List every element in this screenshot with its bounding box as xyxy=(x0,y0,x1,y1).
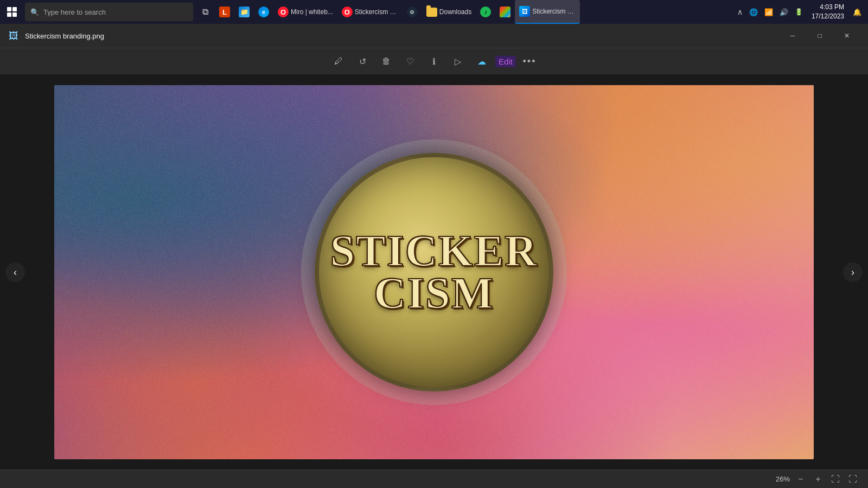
zoom-level-text: 26% xyxy=(771,475,790,483)
letter-l-icon: L xyxy=(219,7,230,17)
brand-text-container: STICKER CISM xyxy=(330,230,538,314)
zoom-out-icon: − xyxy=(798,474,803,484)
fit-icon: ⛶ xyxy=(831,474,840,484)
close-icon: ✕ xyxy=(844,32,850,40)
photos-label: Stickercism b... xyxy=(532,8,576,15)
zoom-controls: 26% − + ⛶ ⛶ xyxy=(771,473,859,486)
brand-text-line1: STICKER xyxy=(330,230,538,272)
maximize-button[interactable]: □ xyxy=(807,27,832,44)
taskbar-app-opera-stickercism[interactable]: O Stickercism b... xyxy=(337,0,403,24)
more-options-icon: ••• xyxy=(523,56,537,67)
taskbar-app-downloads[interactable]: Downloads xyxy=(422,0,476,24)
delete-button[interactable]: 🗑 xyxy=(376,52,396,71)
viewer-filename-text: Stickercism branding.png xyxy=(25,32,774,40)
viewer-titlebar: 🖼 Stickercism branding.png ─ □ ✕ xyxy=(0,24,868,48)
maximize-icon: □ xyxy=(818,32,821,40)
taskbar-app-letter-l[interactable]: L xyxy=(215,0,234,24)
close-button[interactable]: ✕ xyxy=(834,27,859,44)
minimize-button[interactable]: ─ xyxy=(780,27,805,44)
clock-time: 4:03 PM xyxy=(812,3,844,12)
info-button[interactable]: ℹ xyxy=(424,52,444,71)
viewer-app-icon: 🖼 xyxy=(9,30,18,42)
brand-circle-inner: STICKER CISM xyxy=(315,153,553,391)
downloads-folder-icon xyxy=(426,8,437,17)
wifi-icon[interactable]: 📶 xyxy=(762,7,775,17)
windows-icon xyxy=(7,7,17,17)
window-controls: ─ □ ✕ xyxy=(780,27,859,44)
task-view-button[interactable]: ⧉ xyxy=(195,0,215,24)
edge-icon: e xyxy=(258,7,269,17)
fullscreen-button[interactable]: ⛶ xyxy=(846,473,859,486)
status-right: 26% − + ⛶ ⛶ xyxy=(771,473,859,486)
image-display-area: ‹ STICKER CISM › xyxy=(0,75,868,470)
taskbar-app-edge[interactable]: e xyxy=(254,0,273,24)
task-view-icon: ⧉ xyxy=(202,7,208,17)
brand-text-line2: CISM xyxy=(330,272,538,314)
rotate-icon: ↺ xyxy=(359,56,366,67)
steam-icon: ⚙ xyxy=(407,7,418,17)
fullscreen-icon: ⛶ xyxy=(848,474,857,484)
opera-miro-label: Miro | whiteb... xyxy=(291,8,333,16)
viewer-statusbar: 26% − + ⛶ ⛶ xyxy=(0,470,868,488)
photos-icon: 🖼 xyxy=(519,6,530,17)
zoom-in-icon: + xyxy=(815,474,820,484)
notification-button[interactable]: 🔔 xyxy=(851,7,864,17)
opera-stickercism-label: Stickercism b... xyxy=(355,8,398,16)
annotate-button[interactable]: 🖊 xyxy=(329,52,348,71)
favorite-button[interactable]: ♡ xyxy=(400,52,420,71)
favorite-icon: ♡ xyxy=(406,56,414,67)
search-placeholder-text: Type here to search xyxy=(43,8,106,16)
ms365-icon xyxy=(500,7,510,17)
previous-image-button[interactable]: ‹ xyxy=(5,262,25,282)
search-icon: 🔍 xyxy=(30,8,39,16)
zoom-out-button[interactable]: − xyxy=(794,473,807,486)
opera-miro-icon: O xyxy=(278,7,289,17)
taskbar-app-files[interactable]: 📁 xyxy=(234,0,254,24)
volume-icon[interactable]: 🔊 xyxy=(777,7,790,17)
taskbar-app-photos[interactable]: 🖼 Stickercism b... xyxy=(515,0,580,24)
battery-icon[interactable]: 🔋 xyxy=(793,7,805,17)
brand-circle-outer: STICKER CISM xyxy=(301,139,567,405)
more-options-button[interactable]: ••• xyxy=(520,52,539,71)
taskbar-app-opera-miro[interactable]: O Miro | whiteb... xyxy=(273,0,337,24)
tray-expand-icon[interactable]: ∧ xyxy=(735,7,745,17)
search-bar[interactable]: 🔍 Type here to search xyxy=(25,3,193,21)
fit-to-window-button[interactable]: ⛶ xyxy=(829,473,842,486)
edit-icon: Edit xyxy=(495,56,516,67)
info-icon: ℹ xyxy=(432,56,436,67)
slideshow-button[interactable]: ▷ xyxy=(448,52,468,71)
onedrive-button[interactable]: ☁ xyxy=(472,52,492,71)
downloads-label: Downloads xyxy=(439,8,471,16)
start-button[interactable] xyxy=(0,0,24,24)
files-icon: 📁 xyxy=(239,7,250,17)
spotify-icon: ♪ xyxy=(480,7,491,17)
minimize-icon: ─ xyxy=(790,32,795,40)
photo-viewer-window: 🖼 Stickercism branding.png ─ □ ✕ 🖊 ↺ 🗑 ♡ xyxy=(0,24,868,488)
edit-button[interactable]: Edit xyxy=(496,52,515,71)
slideshow-icon: ▷ xyxy=(455,56,461,67)
taskbar-app-spotify[interactable]: ♪ xyxy=(476,0,495,24)
opera-stickercism-icon: O xyxy=(342,7,353,17)
clock-date: 17/12/2023 xyxy=(812,12,844,21)
annotate-icon: 🖊 xyxy=(334,56,343,66)
next-image-button[interactable]: › xyxy=(843,262,863,282)
viewer-toolbar: 🖊 ↺ 🗑 ♡ ℹ ▷ ☁ Edit ••• xyxy=(0,48,868,75)
displayed-image: STICKER CISM xyxy=(54,85,814,459)
system-clock[interactable]: 4:03 PM 17/12/2023 xyxy=(807,3,848,21)
rotate-button[interactable]: ↺ xyxy=(353,52,372,71)
system-tray: ∧ 🌐 📶 🔊 🔋 4:03 PM 17/12/2023 🔔 xyxy=(735,3,868,21)
zoom-in-button[interactable]: + xyxy=(812,473,825,486)
taskbar-app-ms365[interactable] xyxy=(495,0,515,24)
delete-icon: 🗑 xyxy=(382,56,391,66)
taskbar-app-steam[interactable]: ⚙ xyxy=(403,0,422,24)
taskbar: 🔍 Type here to search ⧉ L 📁 e O Miro | w… xyxy=(0,0,868,24)
network-icon[interactable]: 🌐 xyxy=(747,7,760,17)
onedrive-icon: ☁ xyxy=(477,56,486,67)
